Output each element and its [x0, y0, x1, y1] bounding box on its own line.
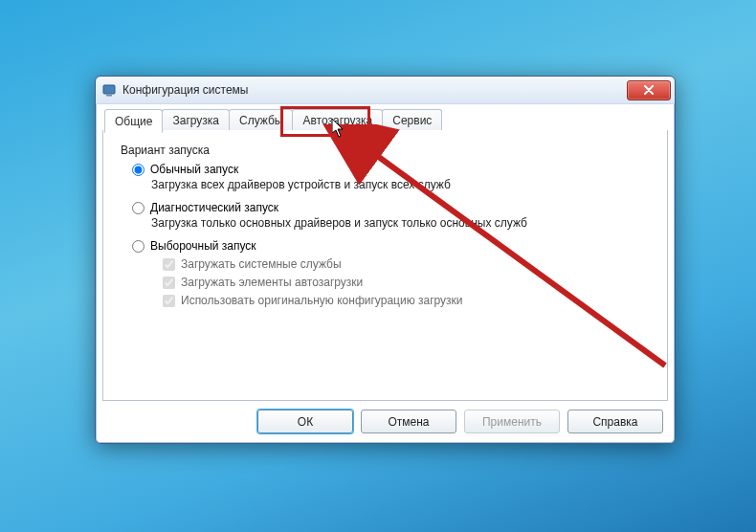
- check-system-services-row: Загружать системные службы: [163, 257, 652, 271]
- titlebar[interactable]: Конфигурация системы: [96, 77, 675, 104]
- msconfig-window: Конфигурация системы Общие Загрузка Служ…: [95, 76, 676, 444]
- tab-label: Автозагрузка: [302, 114, 372, 127]
- tab-label: Сервис: [392, 114, 432, 127]
- check-label: Загружать элементы автозагрузки: [181, 276, 363, 289]
- app-icon: [101, 82, 117, 98]
- client-area: Общие Загрузка Службы Автозагрузка Серви…: [102, 109, 668, 401]
- check-label: Загружать системные службы: [181, 257, 342, 271]
- option-normal-desc: Загрузка всех драйверов устройств и запу…: [151, 178, 652, 191]
- apply-button: Применить: [464, 410, 560, 433]
- button-label: Справка: [592, 415, 637, 429]
- option-diagnostic-row[interactable]: Диагностический запуск: [132, 201, 652, 214]
- check-original-bootcfg-row: Использовать оригинальную конфигурацию з…: [163, 294, 652, 307]
- radio-normal[interactable]: [132, 164, 145, 176]
- radio-selective[interactable]: [132, 240, 145, 253]
- help-button[interactable]: Справка: [567, 410, 663, 433]
- option-selective: Выборочный запуск: [132, 239, 652, 253]
- group-label: Вариант запуска: [121, 144, 652, 157]
- check-startup-items-row: Загружать элементы автозагрузки: [163, 276, 652, 289]
- option-selective-row[interactable]: Выборочный запуск: [132, 239, 652, 253]
- ok-button[interactable]: ОК: [257, 410, 353, 433]
- cancel-button[interactable]: Отмена: [361, 410, 456, 433]
- button-label: Применить: [482, 415, 542, 429]
- check-original-bootcfg: [163, 295, 175, 307]
- tab-label: Общие: [115, 115, 152, 128]
- close-button[interactable]: [627, 80, 671, 100]
- option-label: Обычный запуск: [150, 163, 238, 176]
- option-label: Выборочный запуск: [150, 239, 256, 253]
- option-normal-row[interactable]: Обычный запуск: [132, 163, 652, 176]
- tab-tools[interactable]: Сервис: [382, 109, 442, 131]
- tab-startup[interactable]: Автозагрузка: [292, 109, 383, 131]
- svg-rect-1: [106, 95, 112, 97]
- window-title: Конфигурация системы: [122, 83, 621, 97]
- tab-general[interactable]: Общие: [104, 109, 163, 133]
- option-diagnostic: Диагностический запуск: [132, 201, 652, 214]
- button-label: ОК: [298, 415, 313, 429]
- tab-label: Загрузка: [172, 114, 219, 127]
- check-startup-items: [163, 277, 175, 289]
- option-normal: Обычный запуск: [132, 163, 652, 176]
- close-icon: [643, 85, 655, 95]
- button-label: Отмена: [388, 415, 429, 429]
- tab-boot[interactable]: Загрузка: [162, 109, 230, 131]
- svg-rect-0: [103, 85, 115, 94]
- tabpanel-general: Вариант запуска Обычный запуск Загрузка …: [102, 130, 668, 401]
- option-diagnostic-desc: Загрузка только основных драйверов и зап…: [151, 216, 652, 230]
- tab-label: Службы: [239, 114, 282, 127]
- desktop-background: Конфигурация системы Общие Загрузка Служ…: [0, 0, 756, 532]
- radio-diagnostic[interactable]: [132, 202, 145, 214]
- tabstrip: Общие Загрузка Службы Автозагрузка Серви…: [102, 109, 668, 131]
- tab-services[interactable]: Службы: [229, 109, 293, 131]
- check-system-services: [163, 258, 175, 271]
- button-bar: ОК Отмена Применить Справка: [257, 410, 663, 433]
- check-label: Использовать оригинальную конфигурацию з…: [181, 294, 463, 307]
- option-label: Диагностический запуск: [150, 201, 278, 214]
